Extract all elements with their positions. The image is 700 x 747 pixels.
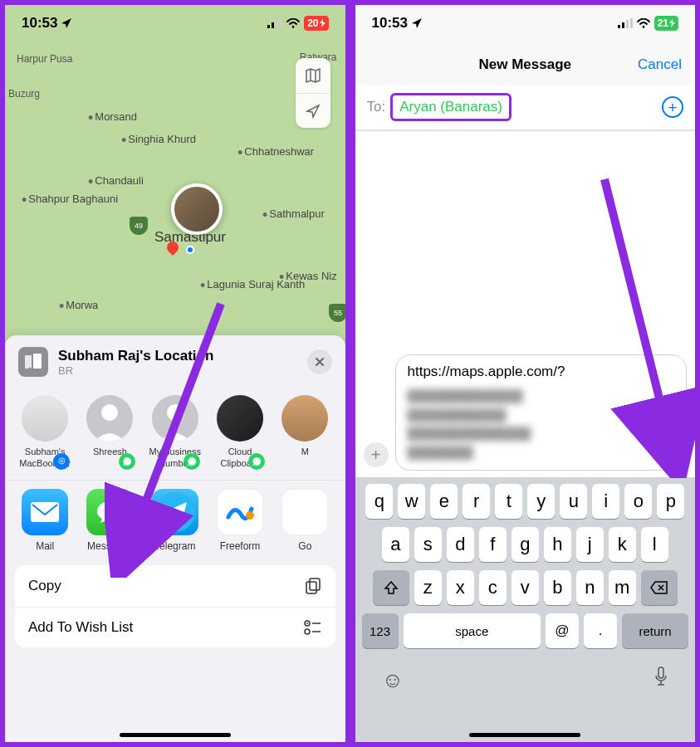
svg-rect-23 (626, 20, 629, 28)
svg-point-16 (306, 622, 308, 624)
copy-icon (304, 577, 322, 595)
share-contact[interactable]: My Business Number (144, 395, 207, 470)
share-sheet-title: Subham Raj's Location (58, 348, 213, 364)
svg-rect-22 (622, 22, 624, 28)
message-text: https://maps.apple.com/? (408, 364, 653, 380)
key-r[interactable]: r (463, 484, 490, 519)
svg-rect-14 (310, 579, 320, 590)
battery-icon: 21 (654, 16, 678, 31)
share-sheet: Subham Raj's Location BR ◎ Subham's MacB… (5, 335, 345, 742)
key-p[interactable]: p (657, 484, 684, 519)
arrow-up-icon (662, 446, 673, 457)
key-a[interactable]: a (382, 527, 409, 562)
emoji-key[interactable]: ☺ (382, 667, 404, 693)
svg-rect-21 (618, 25, 620, 28)
google-icon (281, 489, 328, 535)
key-n[interactable]: n (576, 570, 604, 605)
compose-title: New Message (479, 56, 572, 72)
battery-icon: 20 (304, 16, 328, 31)
svg-point-25 (642, 26, 644, 28)
person-icon (152, 395, 198, 442)
svg-rect-26 (658, 667, 663, 678)
key-f[interactable]: f (479, 527, 507, 562)
key-z[interactable]: z (414, 570, 442, 605)
delete-key[interactable] (641, 570, 678, 605)
key-q[interactable]: q (365, 484, 393, 519)
locate-me-button[interactable] (296, 93, 330, 128)
share-contacts-row: ◎ Subham's MacBook Air Shreesh My Busine… (5, 385, 345, 480)
key-e[interactable]: e (430, 484, 458, 519)
shift-key[interactable] (373, 570, 409, 605)
home-indicator[interactable] (469, 733, 580, 737)
key-l[interactable]: l (641, 527, 668, 562)
share-app-more[interactable]: Go (273, 489, 336, 552)
key-w[interactable]: w (398, 484, 425, 519)
telegram-icon (152, 489, 198, 535)
messages-icon (86, 489, 133, 535)
svg-rect-0 (267, 25, 270, 28)
screenshot-right: 10:53 21 New Message Cancel To: Aryan (B… (353, 2, 698, 745)
map-style-button[interactable] (296, 58, 330, 93)
svg-rect-24 (630, 18, 633, 28)
dot-key[interactable]: . (584, 613, 617, 648)
key-k[interactable]: k (609, 527, 636, 562)
key-i[interactable]: i (592, 484, 619, 519)
close-button[interactable] (307, 349, 332, 374)
return-key[interactable]: return (622, 613, 688, 648)
key-b[interactable]: b (544, 570, 571, 605)
add-recipient-button[interactable]: + (662, 96, 683, 118)
key-y[interactable]: y (527, 484, 555, 519)
share-contact[interactable]: M (273, 395, 336, 470)
share-app-mail[interactable]: Mail (13, 489, 76, 552)
key-m[interactable]: m (609, 570, 636, 605)
current-location-dot (186, 246, 194, 254)
svg-point-18 (305, 629, 310, 634)
space-key[interactable]: space (404, 613, 541, 648)
share-contact[interactable]: ◎ Subham's MacBook Air (13, 395, 76, 470)
key-o[interactable]: o (624, 484, 652, 519)
svg-point-7 (29, 368, 32, 370)
user-location-pin[interactable] (171, 183, 223, 235)
key-h[interactable]: h (544, 527, 571, 562)
wifi-icon (286, 18, 300, 28)
action-wishlist[interactable]: Add To Wish List (15, 607, 335, 647)
send-button[interactable] (656, 440, 679, 463)
share-app-freeform[interactable]: Freeform (208, 489, 272, 552)
numbers-key[interactable]: 123 (362, 613, 399, 648)
key-t[interactable]: t (495, 484, 522, 519)
key-s[interactable]: s (414, 527, 442, 562)
cancel-button[interactable]: Cancel (638, 56, 682, 73)
screenshot-left: Harpur Pusa a Buzurg Ratwara Morsand Sin… (2, 2, 348, 745)
share-contact[interactable]: Shreesh (78, 395, 141, 470)
map-controls (296, 58, 330, 128)
key-c[interactable]: c (479, 570, 507, 605)
home-indicator[interactable] (120, 733, 231, 737)
dictation-key[interactable] (653, 666, 668, 694)
location-arrow-icon (411, 17, 423, 29)
compose-header: New Message Cancel To: Aryan (Banaras) + (355, 42, 696, 131)
action-copy[interactable]: Copy (15, 565, 335, 607)
key-u[interactable]: u (560, 484, 587, 519)
status-time: 10:53 (372, 15, 408, 32)
share-app-messages[interactable]: Messages (78, 489, 141, 552)
signal-icon (267, 18, 282, 28)
list-icon (304, 620, 322, 635)
whatsapp-badge-icon (119, 453, 135, 470)
message-input[interactable]: https://maps.apple.com/? ███████████████… (395, 354, 688, 471)
key-x[interactable]: x (447, 570, 474, 605)
whatsapp-badge-icon (248, 453, 265, 470)
at-key[interactable]: @ (546, 613, 579, 648)
signal-icon (618, 18, 633, 28)
location-arrow-icon (61, 17, 72, 29)
key-d[interactable]: d (447, 527, 474, 562)
svg-rect-2 (276, 20, 278, 28)
key-j[interactable]: j (576, 527, 604, 562)
key-v[interactable]: v (512, 570, 539, 605)
to-field[interactable]: Aryan (Banaras) (390, 93, 512, 121)
key-g[interactable]: g (512, 527, 539, 562)
share-app-telegram[interactable]: Telegram (144, 489, 207, 552)
status-bar: 10:53 20 (5, 5, 345, 42)
svg-rect-1 (272, 22, 274, 28)
share-contact[interactable]: Cloud Clipboard (208, 395, 272, 470)
attach-button[interactable]: + (364, 442, 389, 467)
